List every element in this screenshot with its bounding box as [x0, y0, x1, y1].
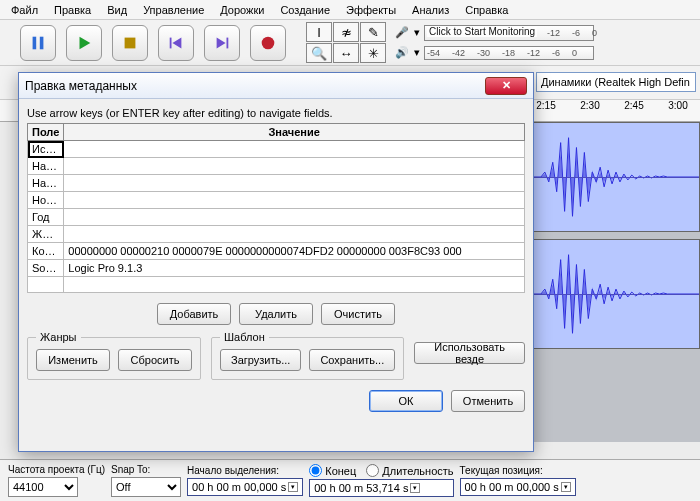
- value-cell[interactable]: [64, 158, 525, 175]
- remove-button[interactable]: Удалить: [239, 303, 313, 325]
- value-cell[interactable]: [64, 175, 525, 192]
- genres-edit-button[interactable]: Изменить: [36, 349, 110, 371]
- genres-reset-button[interactable]: Сбросить: [118, 349, 192, 371]
- dialog-titlebar[interactable]: Правка метаданных ✕: [19, 73, 533, 99]
- table-row[interactable]: Номер дорожки: [28, 192, 525, 209]
- field-cell[interactable]: Номер дорожки: [28, 192, 64, 209]
- field-cell[interactable]: Исполнитель: [28, 141, 64, 158]
- genres-legend: Жанры: [36, 331, 81, 343]
- template-save-button[interactable]: Сохранить...: [309, 349, 395, 371]
- close-icon[interactable]: ✕: [485, 77, 527, 95]
- ok-button[interactable]: ОК: [369, 390, 443, 412]
- template-legend: Шаблон: [220, 331, 269, 343]
- value-cell[interactable]: [64, 209, 525, 226]
- table-row[interactable]: SoftwareLogic Pro 9.1.3: [28, 260, 525, 277]
- value-cell[interactable]: [64, 277, 525, 293]
- genres-fieldset: Жанры Изменить Сбросить: [27, 331, 201, 380]
- cancel-button[interactable]: Отменить: [451, 390, 525, 412]
- field-cell[interactable]: Название альбома: [28, 175, 64, 192]
- col-value[interactable]: Значение: [64, 124, 525, 141]
- table-row[interactable]: Год: [28, 209, 525, 226]
- table-row[interactable]: [28, 277, 525, 293]
- field-cell[interactable]: Software: [28, 260, 64, 277]
- field-cell[interactable]: Жанр: [28, 226, 64, 243]
- table-row[interactable]: Название альбома: [28, 175, 525, 192]
- field-cell[interactable]: Год: [28, 209, 64, 226]
- metadata-dialog: Правка метаданных ✕ Use arrow keys (or E…: [18, 72, 534, 452]
- table-row[interactable]: Название дорожки: [28, 158, 525, 175]
- field-cell[interactable]: [28, 277, 64, 293]
- col-field[interactable]: Поле: [28, 124, 64, 141]
- table-row[interactable]: Жанр: [28, 226, 525, 243]
- template-load-button[interactable]: Загрузить...: [220, 349, 301, 371]
- use-everywhere-button[interactable]: Использовать везде: [414, 342, 525, 364]
- value-cell[interactable]: 00000000 00000210 0000079E 0000000000074…: [64, 243, 525, 260]
- value-cell[interactable]: [64, 226, 525, 243]
- metadata-table[interactable]: Поле Значение ИсполнительНазвание дорожк…: [27, 123, 525, 293]
- dialog-hint: Use arrow keys (or ENTER key after editi…: [27, 107, 525, 119]
- template-fieldset: Шаблон Загрузить... Сохранить...: [211, 331, 404, 380]
- table-row[interactable]: Исполнитель: [28, 141, 525, 158]
- clear-button[interactable]: Очистить: [321, 303, 395, 325]
- add-button[interactable]: Добавить: [157, 303, 231, 325]
- value-cell[interactable]: [64, 141, 525, 158]
- value-cell[interactable]: [64, 192, 525, 209]
- field-cell[interactable]: Комментарии: [28, 243, 64, 260]
- value-cell[interactable]: Logic Pro 9.1.3: [64, 260, 525, 277]
- table-row[interactable]: Комментарии00000000 00000210 0000079E 00…: [28, 243, 525, 260]
- field-cell[interactable]: Название дорожки: [28, 158, 64, 175]
- modal-overlay: Правка метаданных ✕ Use arrow keys (or E…: [0, 0, 700, 501]
- dialog-title: Правка метаданных: [25, 79, 485, 93]
